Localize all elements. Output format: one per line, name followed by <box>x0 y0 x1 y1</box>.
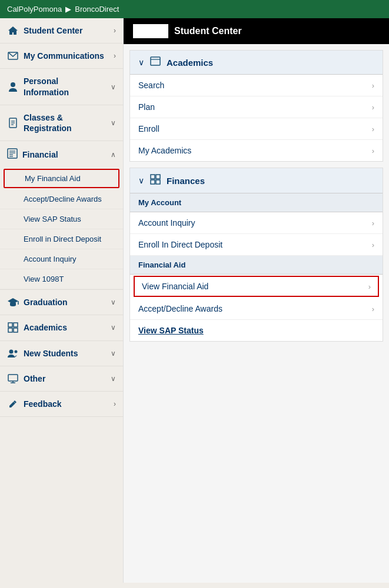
enroll-direct-deposit-label: Enroll in Direct Deposit <box>24 235 101 243</box>
finances-account-inquiry-arrow-icon: › <box>372 219 374 228</box>
view-1098t-label: View 1098T <box>24 275 64 283</box>
sidebar-item-graduation[interactable]: Graduation ∨ <box>0 290 123 315</box>
sidebar-item-academics[interactable]: Academics ∨ <box>0 315 123 340</box>
svg-rect-16 <box>14 328 18 332</box>
sidebar-item-other-label: Other <box>24 373 106 384</box>
sidebar-item-student-center-arrow: › <box>114 26 116 35</box>
monitor-icon <box>7 374 19 383</box>
academics-icon <box>7 322 19 333</box>
sidebar-item-new-students[interactable]: New Students ∨ <box>0 341 123 366</box>
svg-rect-15 <box>8 328 12 332</box>
academics-enroll-item[interactable]: Enroll › <box>130 118 383 140</box>
sidebar-item-financial[interactable]: Financial ∧ <box>0 141 123 168</box>
academics-search-item[interactable]: Search › <box>130 75 383 96</box>
sidebar-item-other[interactable]: Other ∨ <box>0 366 123 392</box>
finances-accept-decline-awards-arrow-icon: › <box>372 305 374 313</box>
academics-section-icon <box>150 56 161 68</box>
sidebar-item-my-communications-arrow: › <box>114 52 116 60</box>
sidebar-subitem-my-financial-aid[interactable]: My Financial Aid <box>4 169 119 188</box>
sidebar-item-academics-arrow: ∨ <box>111 323 116 332</box>
svg-rect-27 <box>151 180 155 184</box>
financial-aid-header-label: Financial Aid <box>138 260 185 269</box>
academics-section-card: ∨ Academics Search › Plan › Enroll › <box>129 50 383 162</box>
accept-decline-awards-label: Accept/Decline Awards <box>24 195 102 203</box>
finances-account-inquiry-label: Account Inquiry <box>138 218 372 228</box>
svg-rect-19 <box>8 375 18 381</box>
sidebar-item-graduation-label: Graduation <box>24 297 106 308</box>
sidebar-item-feedback-label: Feedback <box>24 399 109 409</box>
view-sap-status-label: View SAP Status <box>24 215 81 223</box>
svg-point-1 <box>11 82 15 87</box>
sidebar-subitem-view-1098t[interactable]: View 1098T <box>0 269 123 289</box>
sidebar-item-academics-label: Academics <box>24 322 106 333</box>
my-account-subsection-header: My Account <box>130 193 383 212</box>
finances-view-financial-aid-item[interactable]: View Financial Aid › <box>134 276 379 297</box>
sidebar-item-feedback-arrow: › <box>114 400 116 408</box>
portal-name[interactable]: BroncoDirect <box>75 5 119 14</box>
finances-section-header[interactable]: ∨ Finances <box>130 168 383 193</box>
sidebar-subitem-enroll-direct-deposit[interactable]: Enroll in Direct Deposit <box>0 229 123 249</box>
finances-enroll-direct-deposit-arrow-icon: › <box>372 240 374 249</box>
sidebar-item-graduation-arrow: ∨ <box>111 298 116 306</box>
sidebar-item-financial-arrow: ∧ <box>111 151 116 159</box>
my-account-header-label: My Account <box>138 198 181 207</box>
logo-box <box>133 24 168 38</box>
sidebar-item-classes-registration-arrow: ∨ <box>111 119 116 127</box>
finances-view-financial-aid-label: View Financial Aid <box>142 282 368 291</box>
sidebar-item-classes-registration-label: Classes & Registration <box>24 112 106 133</box>
academics-plan-arrow-icon: › <box>372 103 374 112</box>
sidebar-item-classes-registration[interactable]: Classes & Registration ∨ <box>0 105 123 141</box>
sidebar-item-student-center[interactable]: Student Center › <box>0 18 123 44</box>
sidebar-item-other-arrow: ∨ <box>111 375 116 383</box>
finances-enroll-direct-deposit-item[interactable]: Enroll In Direct Deposit › <box>130 234 383 256</box>
academics-chevron-icon[interactable]: ∨ <box>138 58 144 67</box>
sidebar-item-my-communications[interactable]: My Communications › <box>0 44 123 69</box>
financial-icon <box>7 148 18 161</box>
financial-aid-list: View Financial Aid › Accept/Decline Awar… <box>130 276 383 320</box>
svg-rect-28 <box>156 180 160 184</box>
academics-plan-label: Plan <box>138 102 372 112</box>
finances-account-inquiry-item[interactable]: Account Inquiry › <box>130 212 383 234</box>
sidebar-item-personal-information-label: Personal Information <box>24 76 106 97</box>
academics-search-label: Search <box>138 81 372 90</box>
sidebar: Student Center › My Communications › Per… <box>0 18 124 583</box>
finances-enroll-direct-deposit-label: Enroll In Direct Deposit <box>138 240 372 249</box>
academics-section-header[interactable]: ∨ Academics <box>130 51 383 75</box>
sidebar-item-personal-information[interactable]: Personal Information ∨ <box>0 69 123 105</box>
svg-rect-14 <box>14 323 18 327</box>
academics-section-title: Academics <box>167 58 213 68</box>
finances-section-title: Finances <box>167 176 205 186</box>
sidebar-subitem-account-inquiry[interactable]: Account Inquiry <box>0 249 123 269</box>
student-center-header: Student Center <box>124 18 389 44</box>
top-navigation-bar: CalPolyPomona ▶ BroncoDirect <box>0 0 389 18</box>
view-sap-status-link[interactable]: View SAP Status <box>130 320 383 341</box>
academics-my-academics-label: My Academics <box>138 146 372 155</box>
sidebar-item-personal-information-arrow: ∨ <box>111 83 116 91</box>
person-icon <box>7 82 19 92</box>
sidebar-item-feedback[interactable]: Feedback › <box>0 392 123 417</box>
financial-aid-subsection-header: Financial Aid <box>130 256 383 275</box>
new-students-icon <box>7 349 19 358</box>
svg-point-18 <box>15 350 18 353</box>
sidebar-item-new-students-arrow: ∨ <box>111 349 116 358</box>
main-content: Student Center ∨ Academics Search › Plan… <box>124 18 389 583</box>
graduation-icon <box>7 298 19 307</box>
academics-plan-item[interactable]: Plan › <box>130 96 383 118</box>
my-financial-aid-label: My Financial Aid <box>25 174 81 183</box>
sidebar-item-student-center-label: Student Center <box>24 25 109 36</box>
academics-enroll-arrow-icon: › <box>372 125 374 133</box>
finances-section-card: ∨ Finances My Account Account Inquiry › … <box>129 168 383 342</box>
institution-name[interactable]: CalPolyPomona <box>7 5 62 14</box>
sidebar-section-financial: Financial ∧ My Financial Aid Accept/Decl… <box>0 141 123 290</box>
academics-list: Search › Plan › Enroll › My Academics › <box>130 75 383 161</box>
svg-rect-13 <box>8 323 12 327</box>
sidebar-subitem-accept-decline-awards[interactable]: Accept/Decline Awards <box>0 189 123 209</box>
academics-search-arrow-icon: › <box>372 81 374 90</box>
academics-my-academics-item[interactable]: My Academics › <box>130 140 383 161</box>
finances-chevron-icon[interactable]: ∨ <box>138 176 144 185</box>
account-inquiry-label: Account Inquiry <box>24 255 77 263</box>
finances-accept-decline-awards-item[interactable]: Accept/Decline Awards › <box>130 298 383 320</box>
sidebar-subitem-view-sap-status[interactable]: View SAP Status <box>0 209 123 229</box>
finances-view-financial-aid-arrow-icon: › <box>368 282 371 291</box>
breadcrumb-separator: ▶ <box>65 5 71 14</box>
